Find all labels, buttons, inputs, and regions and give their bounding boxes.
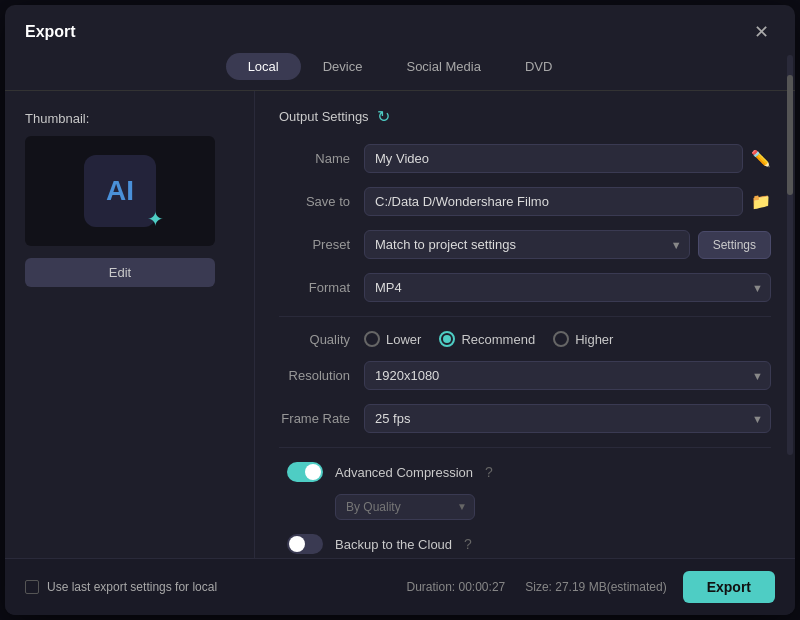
- by-quality-row: By Quality ▼: [335, 494, 771, 520]
- output-settings-label: Output Settings: [279, 109, 369, 124]
- duration-value: 00:00:27: [459, 580, 506, 594]
- format-row: Format MP4 ▼: [279, 273, 771, 302]
- thumbnail-box: AI ✦: [25, 136, 215, 246]
- frame-rate-label: Frame Rate: [279, 411, 364, 426]
- save-to-row: Save to 📁: [279, 187, 771, 216]
- resolution-label: Resolution: [279, 368, 364, 383]
- duration-info: Duration: 00:00:27: [406, 580, 505, 594]
- quality-higher-option[interactable]: Higher: [553, 331, 613, 347]
- tab-bar: Local Device Social Media DVD: [5, 53, 795, 91]
- size-info: Size: 27.19 MB(estimated): [525, 580, 666, 594]
- folder-icon[interactable]: 📁: [751, 192, 771, 211]
- tab-social-media[interactable]: Social Media: [384, 53, 502, 80]
- ai-edit-icon[interactable]: ✏️: [751, 149, 771, 168]
- advanced-compression-help-icon[interactable]: ?: [485, 464, 493, 480]
- quality-higher-radio[interactable]: [553, 331, 569, 347]
- sparkle-icon: ✦: [147, 207, 164, 231]
- tab-local[interactable]: Local: [226, 53, 301, 80]
- tab-device[interactable]: Device: [301, 53, 385, 80]
- content-area: Thumbnail: AI ✦ Edit Output Settings ↻: [5, 91, 795, 558]
- backup-cloud-help-icon[interactable]: ?: [464, 536, 472, 552]
- by-quality-select[interactable]: By Quality: [335, 494, 475, 520]
- frame-rate-select[interactable]: 25 fps: [364, 404, 771, 433]
- frame-rate-row: Frame Rate 25 fps ▼: [279, 404, 771, 433]
- radio-dot: [443, 335, 451, 343]
- size-label: Size:: [525, 580, 552, 594]
- preset-select[interactable]: Match to project settings: [364, 230, 690, 259]
- name-label: Name: [279, 151, 364, 166]
- format-label: Format: [279, 280, 364, 295]
- quality-row: Quality Lower Recommend: [279, 331, 771, 347]
- edit-thumbnail-button[interactable]: Edit: [25, 258, 215, 287]
- use-last-settings-checkbox[interactable]: [25, 580, 39, 594]
- backup-cloud-row: Backup to the Cloud ?: [279, 534, 771, 554]
- quality-recommend-label: Recommend: [461, 332, 535, 347]
- advanced-compression-row: Advanced Compression ?: [279, 462, 771, 482]
- tab-dvd[interactable]: DVD: [503, 53, 574, 80]
- quality-label: Quality: [279, 332, 364, 347]
- advanced-compression-toggle[interactable]: [287, 462, 323, 482]
- close-button[interactable]: ✕: [748, 21, 775, 43]
- thumbnail-preview: AI ✦: [84, 155, 156, 227]
- name-input[interactable]: [364, 144, 743, 173]
- quality-recommend-option[interactable]: Recommend: [439, 331, 535, 347]
- quality-radio-group: Lower Recommend Higher: [364, 331, 613, 347]
- bottom-bar: Use last export settings for local Durat…: [5, 558, 795, 615]
- preset-row: Preset Match to project settings ▼ Setti…: [279, 230, 771, 259]
- backup-cloud-toggle[interactable]: [287, 534, 323, 554]
- dialog-title: Export: [25, 23, 76, 41]
- quality-lower-label: Lower: [386, 332, 421, 347]
- quality-recommend-radio[interactable]: [439, 331, 455, 347]
- advanced-compression-label: Advanced Compression: [335, 465, 473, 480]
- scrollbar-thumb[interactable]: [787, 91, 793, 195]
- divider-1: [279, 316, 771, 317]
- quality-lower-radio[interactable]: [364, 331, 380, 347]
- section-header: Output Settings ↻: [279, 107, 771, 126]
- settings-button[interactable]: Settings: [698, 231, 771, 259]
- use-last-settings-checkbox-label[interactable]: Use last export settings for local: [25, 580, 217, 594]
- right-panel: Output Settings ↻ Name ✏️ Save to: [255, 91, 795, 558]
- format-select[interactable]: MP4: [364, 273, 771, 302]
- bottom-info: Duration: 00:00:27 Size: 27.19 MB(estima…: [406, 580, 666, 594]
- size-value: 27.19 MB(estimated): [555, 580, 666, 594]
- save-to-input[interactable]: [364, 187, 743, 216]
- quality-higher-label: Higher: [575, 332, 613, 347]
- left-panel: Thumbnail: AI ✦ Edit: [5, 91, 255, 558]
- export-dialog: Export ✕ Local Device Social Media DVD T…: [5, 5, 795, 615]
- divider-2: [279, 447, 771, 448]
- resolution-row: Resolution 1920x1080 ▼: [279, 361, 771, 390]
- preset-label: Preset: [279, 237, 364, 252]
- dialog-header: Export ✕: [5, 5, 795, 53]
- name-row: Name ✏️: [279, 144, 771, 173]
- use-last-settings-label: Use last export settings for local: [47, 580, 217, 594]
- refresh-icon[interactable]: ↻: [377, 107, 390, 126]
- resolution-select[interactable]: 1920x1080: [364, 361, 771, 390]
- export-button[interactable]: Export: [683, 571, 775, 603]
- thumbnail-label: Thumbnail:: [25, 111, 89, 126]
- backup-cloud-label: Backup to the Cloud: [335, 537, 452, 552]
- save-to-label: Save to: [279, 194, 364, 209]
- scrollbar-track[interactable]: [787, 91, 793, 455]
- quality-lower-option[interactable]: Lower: [364, 331, 421, 347]
- duration-label: Duration:: [406, 580, 455, 594]
